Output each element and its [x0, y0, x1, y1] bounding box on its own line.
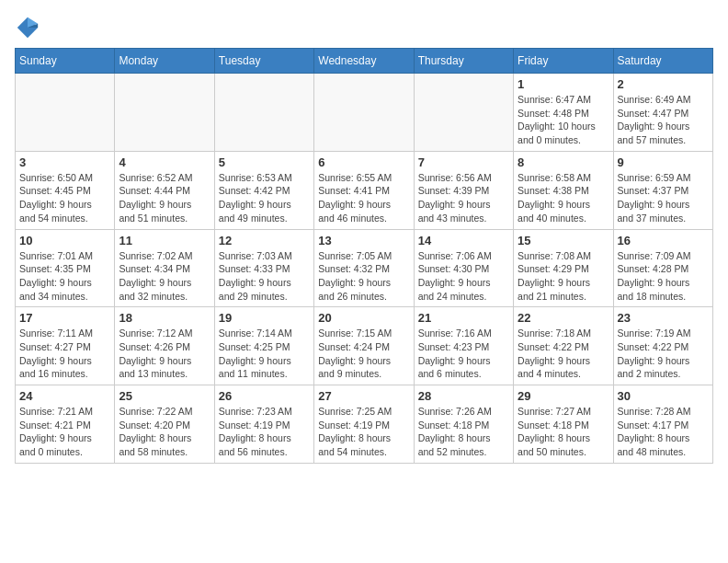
- day-info: Sunrise: 7:15 AMSunset: 4:24 PMDaylight:…: [318, 327, 409, 381]
- day-number: 13: [318, 234, 409, 247]
- day-number: 17: [19, 311, 110, 325]
- calendar-cell: 19Sunrise: 7:14 AMSunset: 4:25 PMDayligh…: [214, 307, 313, 385]
- calendar-cell: 16Sunrise: 7:09 AMSunset: 4:28 PMDayligh…: [613, 229, 712, 307]
- day-number: 10: [19, 234, 110, 247]
- day-info: Sunrise: 7:27 AMSunset: 4:18 PMDaylight:…: [518, 405, 609, 459]
- day-number: 15: [518, 234, 609, 247]
- page-header: [15, 15, 713, 40]
- calendar-week-4: 24Sunrise: 7:21 AMSunset: 4:21 PMDayligh…: [16, 385, 713, 464]
- day-info: Sunrise: 7:25 AMSunset: 4:19 PMDaylight:…: [318, 405, 409, 459]
- day-number: 16: [618, 234, 709, 247]
- day-info: Sunrise: 7:12 AMSunset: 4:26 PMDaylight:…: [119, 327, 210, 381]
- day-number: 7: [418, 155, 509, 169]
- day-info: Sunrise: 7:18 AMSunset: 4:22 PMDaylight:…: [518, 327, 609, 381]
- weekday-header-thursday: Thursday: [414, 49, 513, 74]
- weekday-header-friday: Friday: [514, 49, 613, 74]
- day-number: 28: [418, 389, 509, 403]
- calendar-cell: 7Sunrise: 6:56 AMSunset: 4:39 PMDaylight…: [414, 151, 513, 229]
- day-number: 18: [119, 311, 210, 325]
- calendar-cell: 17Sunrise: 7:11 AMSunset: 4:27 PMDayligh…: [16, 307, 115, 385]
- calendar-table: SundayMondayTuesdayWednesdayThursdayFrid…: [15, 48, 713, 464]
- day-info: Sunrise: 6:53 AMSunset: 4:42 PMDaylight:…: [219, 171, 310, 225]
- day-number: 26: [219, 389, 310, 403]
- day-number: 3: [19, 155, 110, 169]
- calendar-cell: 28Sunrise: 7:26 AMSunset: 4:18 PMDayligh…: [414, 385, 513, 464]
- calendar-cell: 12Sunrise: 7:03 AMSunset: 4:33 PMDayligh…: [214, 229, 313, 307]
- calendar-cell: 21Sunrise: 7:16 AMSunset: 4:23 PMDayligh…: [414, 307, 513, 385]
- calendar-cell: 20Sunrise: 7:15 AMSunset: 4:24 PMDayligh…: [314, 307, 414, 385]
- calendar-cell: 10Sunrise: 7:01 AMSunset: 4:35 PMDayligh…: [16, 229, 115, 307]
- day-number: 12: [219, 234, 310, 247]
- weekday-header-tuesday: Tuesday: [214, 49, 313, 74]
- day-info: Sunrise: 7:16 AMSunset: 4:23 PMDaylight:…: [418, 327, 509, 381]
- calendar-cell: 29Sunrise: 7:27 AMSunset: 4:18 PMDayligh…: [514, 385, 613, 464]
- day-info: Sunrise: 6:59 AMSunset: 4:37 PMDaylight:…: [618, 171, 709, 225]
- day-info: Sunrise: 6:56 AMSunset: 4:39 PMDaylight:…: [418, 171, 509, 225]
- day-info: Sunrise: 7:23 AMSunset: 4:19 PMDaylight:…: [219, 405, 310, 459]
- day-info: Sunrise: 7:09 AMSunset: 4:28 PMDaylight:…: [618, 249, 709, 304]
- day-number: 29: [518, 389, 609, 403]
- calendar-cell: 11Sunrise: 7:02 AMSunset: 4:34 PMDayligh…: [115, 229, 214, 307]
- day-info: Sunrise: 6:55 AMSunset: 4:41 PMDaylight:…: [318, 171, 409, 225]
- calendar-cell: 25Sunrise: 7:22 AMSunset: 4:20 PMDayligh…: [115, 385, 214, 464]
- day-number: 9: [618, 155, 709, 169]
- day-number: 1: [518, 77, 609, 91]
- calendar-cell: 5Sunrise: 6:53 AMSunset: 4:42 PMDaylight…: [214, 151, 313, 229]
- day-number: 25: [119, 389, 210, 403]
- day-number: 14: [418, 234, 509, 247]
- calendar-cell: 23Sunrise: 7:19 AMSunset: 4:22 PMDayligh…: [613, 307, 712, 385]
- day-info: Sunrise: 7:21 AMSunset: 4:21 PMDaylight:…: [19, 405, 110, 459]
- day-info: Sunrise: 7:19 AMSunset: 4:22 PMDaylight:…: [618, 327, 709, 381]
- calendar-cell: 24Sunrise: 7:21 AMSunset: 4:21 PMDayligh…: [16, 385, 115, 464]
- calendar-cell: 14Sunrise: 7:06 AMSunset: 4:30 PMDayligh…: [414, 229, 513, 307]
- weekday-header-row: SundayMondayTuesdayWednesdayThursdayFrid…: [16, 49, 713, 74]
- day-info: Sunrise: 6:58 AMSunset: 4:38 PMDaylight:…: [518, 171, 609, 225]
- day-info: Sunrise: 7:05 AMSunset: 4:32 PMDaylight:…: [318, 249, 409, 304]
- day-number: 23: [618, 311, 709, 325]
- day-number: 4: [119, 155, 210, 169]
- day-number: 2: [618, 77, 709, 91]
- day-info: Sunrise: 7:08 AMSunset: 4:29 PMDaylight:…: [518, 249, 609, 304]
- logo-icon: [15, 15, 40, 40]
- calendar-week-2: 10Sunrise: 7:01 AMSunset: 4:35 PMDayligh…: [16, 229, 713, 307]
- weekday-header-saturday: Saturday: [613, 49, 712, 74]
- calendar-body: 1Sunrise: 6:47 AMSunset: 4:48 PMDaylight…: [16, 74, 713, 464]
- day-number: 24: [19, 389, 110, 403]
- day-info: Sunrise: 6:50 AMSunset: 4:45 PMDaylight:…: [19, 171, 110, 225]
- day-info: Sunrise: 7:02 AMSunset: 4:34 PMDaylight:…: [119, 249, 210, 304]
- calendar-cell: 15Sunrise: 7:08 AMSunset: 4:29 PMDayligh…: [514, 229, 613, 307]
- day-number: 20: [318, 311, 409, 325]
- calendar-cell: 2Sunrise: 6:49 AMSunset: 4:47 PMDaylight…: [613, 74, 712, 152]
- calendar-cell: 1Sunrise: 6:47 AMSunset: 4:48 PMDaylight…: [514, 74, 613, 152]
- day-info: Sunrise: 6:49 AMSunset: 4:47 PMDaylight:…: [618, 93, 709, 147]
- weekday-header-wednesday: Wednesday: [314, 49, 414, 74]
- day-info: Sunrise: 7:26 AMSunset: 4:18 PMDaylight:…: [418, 405, 509, 459]
- calendar-cell: 27Sunrise: 7:25 AMSunset: 4:19 PMDayligh…: [314, 385, 414, 464]
- calendar-cell: [214, 74, 313, 152]
- calendar-cell: 9Sunrise: 6:59 AMSunset: 4:37 PMDaylight…: [613, 151, 712, 229]
- day-number: 5: [219, 155, 310, 169]
- calendar-cell: [314, 74, 414, 152]
- calendar-cell: [16, 74, 115, 152]
- day-number: 30: [618, 389, 709, 403]
- day-info: Sunrise: 6:47 AMSunset: 4:48 PMDaylight:…: [518, 93, 609, 147]
- day-number: 22: [518, 311, 609, 325]
- calendar-cell: [115, 74, 214, 152]
- calendar-cell: 8Sunrise: 6:58 AMSunset: 4:38 PMDaylight…: [514, 151, 613, 229]
- calendar-week-3: 17Sunrise: 7:11 AMSunset: 4:27 PMDayligh…: [16, 307, 713, 385]
- day-info: Sunrise: 7:03 AMSunset: 4:33 PMDaylight:…: [219, 249, 310, 304]
- calendar-header: SundayMondayTuesdayWednesdayThursdayFrid…: [16, 49, 713, 74]
- calendar-cell: 3Sunrise: 6:50 AMSunset: 4:45 PMDaylight…: [16, 151, 115, 229]
- day-info: Sunrise: 7:22 AMSunset: 4:20 PMDaylight:…: [119, 405, 210, 459]
- calendar-cell: 6Sunrise: 6:55 AMSunset: 4:41 PMDaylight…: [314, 151, 414, 229]
- weekday-header-sunday: Sunday: [16, 49, 115, 74]
- calendar-cell: 22Sunrise: 7:18 AMSunset: 4:22 PMDayligh…: [514, 307, 613, 385]
- logo: [15, 15, 44, 40]
- calendar-cell: 13Sunrise: 7:05 AMSunset: 4:32 PMDayligh…: [314, 229, 414, 307]
- day-info: Sunrise: 7:14 AMSunset: 4:25 PMDaylight:…: [219, 327, 310, 381]
- day-info: Sunrise: 7:06 AMSunset: 4:30 PMDaylight:…: [418, 249, 509, 304]
- day-number: 6: [318, 155, 409, 169]
- calendar-cell: 30Sunrise: 7:28 AMSunset: 4:17 PMDayligh…: [613, 385, 712, 464]
- day-info: Sunrise: 6:52 AMSunset: 4:44 PMDaylight:…: [119, 171, 210, 225]
- day-number: 11: [119, 234, 210, 247]
